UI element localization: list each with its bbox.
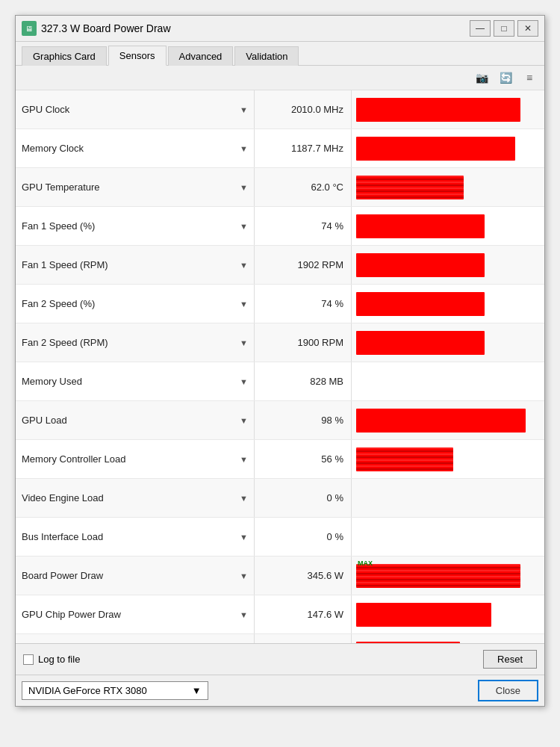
sensor-row: GPU Temperature ▼ 62.0 °C — [16, 168, 544, 207]
sensor-dropdown-arrow[interactable]: ▼ — [240, 183, 248, 192]
sensor-name-cell: Video Engine Load ▼ — [16, 479, 255, 517]
sensor-bar — [356, 98, 520, 122]
sensor-name-text: Board Power Draw — [22, 570, 103, 581]
tab-validation[interactable]: Validation — [234, 46, 299, 66]
sensor-value: 345.6 W — [255, 557, 352, 595]
close-window-button[interactable]: ✕ — [517, 20, 538, 37]
sensor-row: Memory Clock ▼ 1187.7 MHz — [16, 129, 544, 168]
sensor-name-text: Memory Clock — [22, 143, 84, 154]
menu-icon[interactable]: ≡ — [520, 69, 538, 87]
sensor-bar — [356, 214, 485, 238]
sensor-bar-container — [352, 323, 544, 362]
sensor-bar-container — [352, 362, 544, 400]
sensor-list: GPU Clock ▼ 2010.0 MHz Memory Clock ▼ 11… — [16, 90, 544, 643]
footer: Log to file Reset — [16, 643, 544, 675]
app-icon: 🖥 — [22, 21, 37, 36]
sensor-row: Fan 2 Speed (%) ▼ 74 % — [16, 285, 544, 323]
minimize-button[interactable]: — — [470, 20, 491, 37]
sensor-bar — [356, 292, 485, 316]
sensor-name-cell: Fan 2 Speed (%) ▼ — [16, 285, 255, 323]
sensor-bar — [356, 642, 460, 644]
sensor-bar — [356, 137, 515, 161]
sensor-bar-container — [352, 634, 544, 643]
sensor-row: Board Power Draw ▼ 345.6 W MAX — [16, 557, 544, 595]
sensor-name-cell: GPU Load ▼ — [16, 401, 255, 439]
sensor-name-cell: Bus Interface Load ▼ — [16, 518, 255, 556]
sensor-dropdown-arrow[interactable]: ▼ — [240, 261, 248, 270]
sensor-dropdown-arrow[interactable]: ▼ — [240, 105, 248, 114]
sensor-row: Fan 2 Speed (RPM) ▼ 1900 RPM — [16, 323, 544, 362]
title-bar-controls: — □ ✕ — [470, 20, 538, 37]
sensor-value: 1900 RPM — [255, 323, 352, 362]
tab-advanced[interactable]: Advanced — [168, 46, 234, 66]
sensor-bar — [356, 447, 453, 471]
log-checkbox[interactable] — [23, 654, 34, 665]
sensor-row: Memory Controller Load ▼ 56 % — [16, 440, 544, 479]
sensor-dropdown-arrow[interactable]: ▼ — [240, 416, 248, 425]
sensor-dropdown-arrow[interactable]: ▼ — [240, 222, 248, 231]
sensor-bar — [356, 331, 485, 355]
tab-sensors[interactable]: Sensors — [108, 46, 167, 66]
sensor-bar — [356, 409, 526, 433]
sensor-bar — [356, 486, 529, 510]
main-window: 🖥 327.3 W Board Power Draw — □ ✕ Graphic… — [15, 15, 545, 707]
sensor-bar-container — [352, 129, 544, 167]
log-row: Log to file — [23, 654, 80, 665]
sensor-dropdown-arrow[interactable]: ▼ — [240, 494, 248, 503]
gpu-name: NVIDIA GeForce RTX 3080 — [28, 685, 147, 696]
sensor-dropdown-arrow[interactable]: ▼ — [240, 377, 248, 386]
sensor-bar-container — [352, 401, 544, 439]
sensor-value: 2010.0 MHz — [255, 90, 352, 128]
camera-icon[interactable]: 📷 — [473, 69, 491, 87]
sensor-name-text: GPU Load — [22, 415, 67, 426]
sensor-name-cell: Board Power Draw ▼ — [16, 557, 255, 595]
maximize-button[interactable]: □ — [494, 20, 514, 37]
sensor-bar — [356, 603, 491, 627]
sensor-row: Memory Used ▼ 828 MB — [16, 362, 544, 401]
gpu-selector[interactable]: NVIDIA GeForce RTX 3080 ▼ — [22, 681, 208, 700]
reset-button[interactable]: Reset — [483, 650, 537, 669]
sensor-name-text: GPU Temperature — [22, 182, 100, 193]
log-label: Log to file — [38, 654, 80, 665]
sensor-value: 147.6 W — [255, 595, 352, 633]
sensor-name-text: Fan 2 Speed (RPM) — [22, 337, 108, 348]
sensor-dropdown-arrow[interactable]: ▼ — [240, 144, 248, 153]
title-bar: 🖥 327.3 W Board Power Draw — □ ✕ — [16, 16, 544, 42]
sensor-row: GPU Chip Power Draw ▼ 147.6 W — [16, 595, 544, 634]
sensor-dropdown-arrow[interactable]: ▼ — [240, 300, 248, 309]
sensor-name-text: Memory Used — [22, 376, 82, 387]
sensor-name-cell: Memory Controller Load ▼ — [16, 440, 255, 478]
refresh-icon[interactable]: 🔄 — [497, 69, 514, 87]
sensor-bar-container — [352, 90, 544, 128]
sensor-dropdown-arrow[interactable]: ▼ — [240, 610, 248, 619]
sensor-bar — [356, 564, 520, 588]
sensor-dropdown-arrow[interactable]: ▼ — [240, 455, 248, 464]
sensor-bar-container — [352, 168, 544, 206]
sensor-dropdown-arrow[interactable]: ▼ — [240, 571, 248, 580]
sensor-name-cell: Fan 1 Speed (RPM) ▼ — [16, 246, 255, 284]
sensor-bar-container — [352, 207, 544, 245]
sensor-value: 0 % — [255, 479, 352, 517]
sensor-row: GPU Clock ▼ 2010.0 MHz — [16, 90, 544, 129]
sensor-name-cell: GPU Chip Power Draw ▼ — [16, 595, 255, 633]
sensor-name-text: Memory Controller Load — [22, 453, 125, 465]
sensor-dropdown-arrow[interactable]: ▼ — [240, 338, 248, 347]
sensor-name-text: GPU Chip Power Draw — [22, 609, 121, 620]
sensor-value: 828 MB — [255, 362, 352, 400]
tab-graphics-card[interactable]: Graphics Card — [22, 46, 107, 66]
sensor-bar — [356, 253, 485, 277]
sensor-row: GPU Load ▼ 98 % — [16, 401, 544, 440]
sensor-name-cell: Memory Used ▼ — [16, 362, 255, 400]
close-button[interactable]: Close — [478, 680, 538, 701]
sensor-bar-container — [352, 595, 544, 633]
sensor-name-text: Fan 2 Speed (%) — [22, 298, 95, 309]
sensor-value: 71.5 W — [255, 634, 352, 643]
sensor-value: 98 % — [255, 401, 352, 439]
sensor-dropdown-arrow[interactable]: ▼ — [240, 533, 248, 542]
sensor-bar — [356, 176, 464, 199]
sensor-bar-container — [352, 285, 544, 323]
sensor-bar — [356, 525, 529, 549]
max-label: MAX — [358, 560, 373, 567]
sensor-name-text: Fan 1 Speed (RPM) — [22, 259, 108, 270]
sensor-row: Fan 1 Speed (%) ▼ 74 % — [16, 207, 544, 246]
